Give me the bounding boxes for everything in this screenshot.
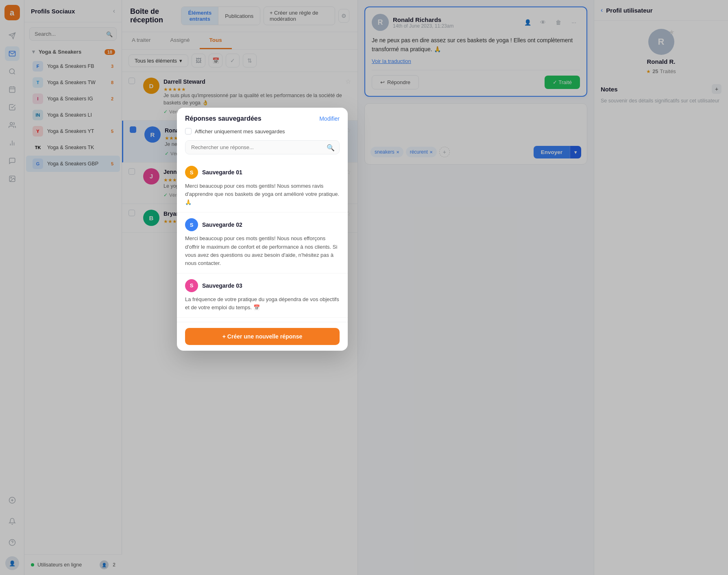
modal-filter-row: Afficher uniquement mes sauvegardes <box>177 128 348 140</box>
modal-box: Réponses sauvegardées Modifier Afficher … <box>177 108 348 351</box>
saved-item-text: Merci beaucoup pour ces mots gentils! No… <box>185 182 340 206</box>
modal-filter-label: Afficher uniquement mes sauvegardes <box>195 128 285 135</box>
btn-create-response[interactable]: + Créer une nouvelle réponse <box>185 328 340 345</box>
modal-search: 🔍 <box>185 140 340 154</box>
saved-item-avatar: S <box>185 166 198 179</box>
saved-response-item[interactable]: S Sauvegarde 02 Merci beaucoup pour ces … <box>177 213 348 273</box>
saved-item-text: La fréquence de votre pratique du yoga d… <box>185 295 340 312</box>
modal-footer: + Créer une nouvelle réponse <box>177 322 348 351</box>
saved-item-avatar: S <box>185 218 198 231</box>
modal-edit-btn[interactable]: Modifier <box>319 115 340 122</box>
modal-checkbox-row: Afficher uniquement mes sauvegardes <box>185 128 285 135</box>
modal-title: Réponses sauvegardées <box>185 115 262 122</box>
modal-overlay: Réponses sauvegardées Modifier Afficher … <box>0 0 728 575</box>
saved-item-name: Sauvegarde 01 <box>202 169 242 176</box>
modal-header: Réponses sauvegardées Modifier <box>177 108 348 128</box>
modal-search-input[interactable] <box>185 140 340 154</box>
modal-search-icon: 🔍 <box>327 143 335 151</box>
saved-item-avatar: S <box>185 279 198 292</box>
modal-filter-checkbox[interactable] <box>185 128 192 135</box>
saved-item-text: Merci beaucoup pour ces mots gentils! No… <box>185 234 340 267</box>
saved-item-name: Sauvegarde 02 <box>202 221 242 228</box>
saved-item-name: Sauvegarde 03 <box>202 282 242 289</box>
saved-response-item[interactable]: S Sauvegarde 01 Merci beaucoup pour ces … <box>177 160 348 213</box>
modal-list: S Sauvegarde 01 Merci beaucoup pour ces … <box>177 160 348 322</box>
saved-response-item[interactable]: S Sauvegarde 03 La fréquence de votre pr… <box>177 273 348 318</box>
